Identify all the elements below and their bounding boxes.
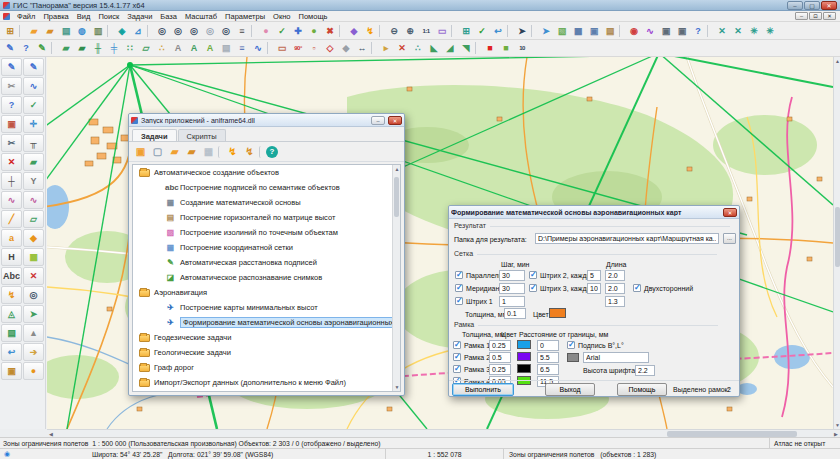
minimize-button[interactable]: –: [787, 1, 803, 10]
search-icon[interactable]: ◎: [154, 24, 170, 38]
print-setup-icon[interactable]: ▣: [674, 24, 690, 38]
toolbar-icon[interactable]: [531, 25, 537, 37]
print-icon[interactable]: ▣: [658, 24, 674, 38]
menu-item[interactable]: Вид: [73, 11, 95, 22]
scroll-up-arrow[interactable]: ▲: [393, 165, 401, 173]
tree-row[interactable]: Импорт/Экспорт данных (дополнительно к м…: [133, 375, 400, 390]
dataflow-icon[interactable]: ⊿: [130, 24, 146, 38]
ruler-icon[interactable]: ▭: [274, 41, 290, 55]
tree-row[interactable]: Аэронавигация: [133, 285, 400, 300]
tab[interactable]: Скрипты: [178, 129, 226, 141]
open-geoportal-icon[interactable]: ◍: [74, 24, 90, 38]
layers-icon[interactable]: ◈: [114, 24, 130, 38]
launcher-toolbar-icon[interactable]: [218, 146, 223, 158]
open-db-icon[interactable]: ▤: [58, 24, 74, 38]
pointer-green-icon[interactable]: ➤: [23, 305, 44, 323]
relief-icon[interactable]: ▤: [1, 324, 22, 342]
semantics-icon[interactable]: a: [1, 229, 22, 247]
diamond-gray-icon[interactable]: ◆: [338, 41, 354, 55]
create-objects-icon[interactable]: ▰: [74, 41, 90, 55]
create-object-icon[interactable]: ▰: [58, 41, 74, 55]
map-horizontal-scrollbar[interactable]: ◀ ▶: [47, 429, 840, 437]
checkbox-icon[interactable]: [633, 284, 641, 292]
query-pencil-icon[interactable]: ?: [1, 96, 22, 114]
browse-button[interactable]: ...: [723, 233, 736, 244]
select-grid-icon[interactable]: ▦: [570, 24, 586, 38]
delete-object-icon[interactable]: ✕: [1, 153, 22, 171]
select-map-icon[interactable]: ▧: [554, 24, 570, 38]
mdi-minimize-button[interactable]: –: [795, 12, 808, 20]
checkbox-icon[interactable]: [455, 284, 463, 292]
toolbar-icon[interactable]: [379, 25, 385, 37]
line-orange-icon[interactable]: ╱: [1, 210, 22, 228]
tree-row[interactable]: ◪ Автоматическое распознавание снимков: [133, 270, 400, 285]
text-wave-icon[interactable]: A: [202, 41, 218, 55]
launcher-toolbar-icon[interactable]: [259, 146, 264, 158]
topology-cross-icon[interactable]: ✕: [730, 24, 746, 38]
import-image-icon[interactable]: ▣: [1, 362, 22, 380]
junction-icon[interactable]: Y: [23, 172, 44, 190]
checkbox-icon[interactable]: [453, 353, 461, 361]
toolbar-icon[interactable]: [251, 25, 257, 37]
highlight-pink-icon[interactable]: ●: [258, 24, 274, 38]
scroll-thumb[interactable]: [394, 177, 399, 217]
search-object-icon[interactable]: ◎: [218, 24, 234, 38]
tree-scrollbar[interactable]: ▲ ▼: [392, 165, 400, 391]
tree-row[interactable]: ▨ Построение изолиний по точечным объект…: [133, 225, 400, 240]
tree-row[interactable]: ▦ Построение координатной сетки: [133, 240, 400, 255]
font-name-input[interactable]: [583, 352, 649, 363]
grid-green-icon[interactable]: ▦: [23, 248, 44, 266]
objects-pair-icon[interactable]: ▱: [138, 41, 154, 55]
result-folder-input[interactable]: [535, 233, 719, 244]
zoom-in-icon[interactable]: ⊕: [402, 24, 418, 38]
clipboard-icon[interactable]: ▤: [602, 24, 618, 38]
frame-color-swatch[interactable]: [517, 364, 531, 373]
dash1-checkbox[interactable]: Штрих 1: [455, 297, 493, 305]
object-list-icon[interactable]: ≡: [234, 24, 250, 38]
scale-1-1-icon[interactable]: 1:1: [418, 24, 434, 38]
checkbox-icon[interactable]: [455, 271, 463, 279]
open-add-icon[interactable]: ▰: [42, 24, 58, 38]
toolbar-icon[interactable]: [107, 25, 113, 37]
search-more-icon[interactable]: ◎: [186, 24, 202, 38]
open-folder-icon[interactable]: ▰: [167, 145, 182, 159]
frame-color-swatch[interactable]: [517, 340, 531, 349]
menu-item[interactable]: Окно: [269, 11, 294, 22]
two-sided-checkbox[interactable]: Двухсторонний: [633, 284, 693, 292]
dash2-every-input[interactable]: [587, 270, 601, 281]
doc-list-icon[interactable]: ▥: [90, 24, 106, 38]
tree-row[interactable]: ✎ Автоматическая расстановка подписей: [133, 255, 400, 270]
dash2-checkbox[interactable]: Штрих 2, каждый: [529, 271, 595, 279]
pan-mode-icon[interactable]: ⊞: [458, 24, 474, 38]
new-folder-icon[interactable]: ▣: [133, 145, 148, 159]
frame-checkbox[interactable]: Рамка 2: [453, 353, 490, 361]
scroll-down-arrow[interactable]: ▼: [834, 421, 840, 429]
run-options-icon[interactable]: ↯: [242, 145, 257, 159]
cut-object-icon[interactable]: ✂: [1, 77, 22, 95]
axis-split-icon[interactable]: ╪: [106, 41, 122, 55]
select-object-icon[interactable]: ▣: [1, 115, 22, 133]
toolbar-icon[interactable]: [51, 42, 57, 54]
help-cursor-icon[interactable]: ?: [690, 24, 706, 38]
objects-mark-icon[interactable]: ∴: [154, 41, 170, 55]
menu-item[interactable]: Параметры: [221, 11, 269, 22]
font-height-input[interactable]: [635, 365, 655, 376]
polygon-icon[interactable]: ▱: [23, 210, 44, 228]
frame-color-swatch[interactable]: [517, 352, 531, 361]
topology-merge-icon[interactable]: ✳: [762, 24, 778, 38]
delete-node-icon[interactable]: ✕: [394, 41, 410, 55]
dash3-checkbox[interactable]: Штрих 3, каждый: [529, 284, 595, 292]
maximize-button[interactable]: ▢: [804, 1, 820, 10]
draw-pencil2-icon[interactable]: ✎: [23, 58, 44, 76]
curve-edit-icon[interactable]: ∿: [250, 41, 266, 55]
toolbar-icon[interactable]: [507, 25, 513, 37]
toolbar-icon[interactable]: [339, 25, 345, 37]
edit-pencil-icon[interactable]: ✎: [2, 41, 18, 55]
edit-query-icon[interactable]: ?: [18, 41, 34, 55]
hydro-label-icon[interactable]: H: [1, 248, 22, 266]
tab[interactable]: Задачи: [132, 129, 177, 141]
save-icon[interactable]: ▦: [201, 145, 216, 159]
map3d-icon[interactable]: ◆: [346, 24, 362, 38]
center-icon[interactable]: ◎: [23, 286, 44, 304]
quick-run-icon[interactable]: ↯: [362, 24, 378, 38]
